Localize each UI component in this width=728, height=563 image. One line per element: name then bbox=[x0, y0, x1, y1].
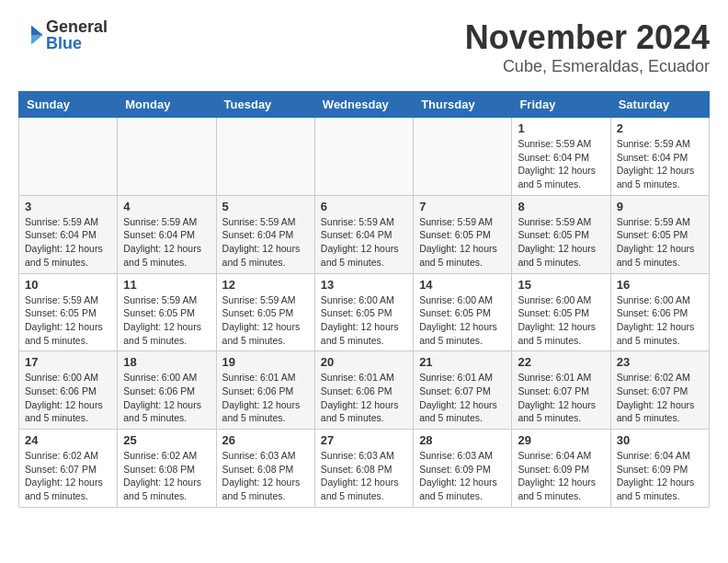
svg-marker-1 bbox=[31, 35, 43, 45]
day-info: Sunrise: 5:59 AM Sunset: 6:05 PM Dayligh… bbox=[123, 293, 210, 348]
day-info: Sunrise: 5:59 AM Sunset: 6:04 PM Dayligh… bbox=[123, 215, 210, 270]
calendar-cell bbox=[216, 118, 314, 196]
calendar-cell: 17Sunrise: 6:00 AM Sunset: 6:06 PM Dayli… bbox=[19, 351, 118, 430]
day-number: 15 bbox=[518, 278, 604, 292]
logo: General Blue bbox=[18, 18, 108, 52]
day-info: Sunrise: 6:00 AM Sunset: 6:06 PM Dayligh… bbox=[25, 371, 111, 425]
day-info: Sunrise: 5:59 AM Sunset: 6:04 PM Dayligh… bbox=[321, 215, 407, 270]
header-thursday: Thursday bbox=[414, 92, 512, 118]
day-info: Sunrise: 6:00 AM Sunset: 6:05 PM Dayligh… bbox=[419, 293, 506, 348]
header-friday: Friday bbox=[512, 92, 610, 118]
day-number: 20 bbox=[321, 355, 407, 369]
header-saturday: Saturday bbox=[610, 92, 709, 118]
calendar-cell: 19Sunrise: 6:01 AM Sunset: 6:06 PM Dayli… bbox=[216, 351, 314, 430]
day-info: Sunrise: 5:59 AM Sunset: 6:05 PM Dayligh… bbox=[222, 293, 309, 348]
calendar-cell: 6Sunrise: 5:59 AM Sunset: 6:04 PM Daylig… bbox=[314, 195, 413, 273]
calendar-header-row: SundayMondayTuesdayWednesdayThursdayFrid… bbox=[19, 92, 710, 118]
day-number: 11 bbox=[123, 278, 210, 292]
calendar-cell: 24Sunrise: 6:02 AM Sunset: 6:07 PM Dayli… bbox=[19, 430, 118, 508]
calendar-cell: 26Sunrise: 6:03 AM Sunset: 6:08 PM Dayli… bbox=[216, 430, 314, 508]
day-number: 28 bbox=[419, 433, 506, 447]
day-info: Sunrise: 6:00 AM Sunset: 6:06 PM Dayligh… bbox=[123, 371, 210, 425]
day-number: 9 bbox=[617, 200, 703, 213]
calendar-cell: 9Sunrise: 5:59 AM Sunset: 6:05 PM Daylig… bbox=[610, 195, 709, 273]
day-number: 30 bbox=[617, 433, 703, 447]
month-title: November 2024 bbox=[465, 18, 710, 57]
calendar-week-row: 17Sunrise: 6:00 AM Sunset: 6:06 PM Dayli… bbox=[19, 351, 710, 430]
calendar-cell: 10Sunrise: 5:59 AM Sunset: 6:05 PM Dayli… bbox=[19, 273, 118, 351]
day-info: Sunrise: 6:01 AM Sunset: 6:06 PM Dayligh… bbox=[321, 371, 407, 425]
day-number: 22 bbox=[518, 355, 604, 369]
calendar-cell: 15Sunrise: 6:00 AM Sunset: 6:05 PM Dayli… bbox=[512, 273, 610, 351]
calendar-cell: 7Sunrise: 5:59 AM Sunset: 6:05 PM Daylig… bbox=[414, 195, 512, 273]
calendar-cell: 20Sunrise: 6:01 AM Sunset: 6:06 PM Dayli… bbox=[314, 351, 413, 430]
day-info: Sunrise: 6:03 AM Sunset: 6:08 PM Dayligh… bbox=[222, 449, 309, 503]
calendar-cell: 11Sunrise: 5:59 AM Sunset: 6:05 PM Dayli… bbox=[118, 273, 216, 351]
day-info: Sunrise: 6:00 AM Sunset: 6:05 PM Dayligh… bbox=[518, 293, 604, 348]
calendar-cell: 13Sunrise: 6:00 AM Sunset: 6:05 PM Dayli… bbox=[314, 273, 413, 351]
calendar-cell: 5Sunrise: 5:59 AM Sunset: 6:04 PM Daylig… bbox=[216, 195, 314, 273]
day-number: 18 bbox=[123, 355, 210, 369]
calendar-cell: 21Sunrise: 6:01 AM Sunset: 6:07 PM Dayli… bbox=[414, 351, 512, 430]
day-info: Sunrise: 5:59 AM Sunset: 6:04 PM Dayligh… bbox=[222, 215, 309, 270]
calendar-cell: 25Sunrise: 6:02 AM Sunset: 6:08 PM Dayli… bbox=[118, 430, 216, 508]
day-info: Sunrise: 5:59 AM Sunset: 6:04 PM Dayligh… bbox=[617, 137, 703, 191]
calendar-cell: 29Sunrise: 6:04 AM Sunset: 6:09 PM Dayli… bbox=[512, 430, 610, 508]
day-info: Sunrise: 5:59 AM Sunset: 6:05 PM Dayligh… bbox=[617, 215, 703, 270]
calendar-cell: 22Sunrise: 6:01 AM Sunset: 6:07 PM Dayli… bbox=[512, 351, 610, 430]
day-number: 24 bbox=[25, 433, 111, 447]
calendar-week-row: 1Sunrise: 5:59 AM Sunset: 6:04 PM Daylig… bbox=[19, 118, 710, 196]
day-info: Sunrise: 6:04 AM Sunset: 6:09 PM Dayligh… bbox=[617, 449, 703, 503]
calendar-cell: 8Sunrise: 5:59 AM Sunset: 6:05 PM Daylig… bbox=[512, 195, 610, 273]
day-info: Sunrise: 6:00 AM Sunset: 6:05 PM Dayligh… bbox=[321, 293, 407, 348]
calendar-week-row: 3Sunrise: 5:59 AM Sunset: 6:04 PM Daylig… bbox=[19, 195, 710, 273]
header-monday: Monday bbox=[118, 92, 216, 118]
day-info: Sunrise: 6:01 AM Sunset: 6:07 PM Dayligh… bbox=[419, 371, 506, 425]
calendar-table: SundayMondayTuesdayWednesdayThursdayFrid… bbox=[18, 91, 710, 508]
calendar-cell: 4Sunrise: 5:59 AM Sunset: 6:04 PM Daylig… bbox=[118, 195, 216, 273]
day-info: Sunrise: 5:59 AM Sunset: 6:05 PM Dayligh… bbox=[518, 215, 604, 270]
calendar-cell: 30Sunrise: 6:04 AM Sunset: 6:09 PM Dayli… bbox=[610, 430, 709, 508]
calendar-cell: 1Sunrise: 5:59 AM Sunset: 6:04 PM Daylig… bbox=[512, 118, 610, 196]
day-number: 23 bbox=[617, 355, 703, 369]
calendar-week-row: 10Sunrise: 5:59 AM Sunset: 6:05 PM Dayli… bbox=[19, 273, 710, 351]
day-number: 27 bbox=[321, 433, 407, 447]
day-number: 2 bbox=[617, 121, 703, 135]
page-header: General Blue November 2024 Cube, Esmeral… bbox=[18, 18, 710, 76]
calendar-cell bbox=[314, 118, 413, 196]
day-info: Sunrise: 6:02 AM Sunset: 6:08 PM Dayligh… bbox=[123, 449, 210, 503]
calendar-cell bbox=[19, 118, 118, 196]
day-number: 6 bbox=[321, 200, 407, 213]
header-wednesday: Wednesday bbox=[314, 92, 413, 118]
day-info: Sunrise: 5:59 AM Sunset: 6:04 PM Dayligh… bbox=[518, 137, 604, 191]
calendar-week-row: 24Sunrise: 6:02 AM Sunset: 6:07 PM Dayli… bbox=[19, 430, 710, 508]
logo-general-text: General bbox=[46, 18, 108, 35]
day-info: Sunrise: 5:59 AM Sunset: 6:05 PM Dayligh… bbox=[25, 293, 111, 348]
header-sunday: Sunday bbox=[19, 92, 118, 118]
calendar-cell bbox=[118, 118, 216, 196]
svg-marker-0 bbox=[31, 26, 43, 36]
day-number: 26 bbox=[222, 433, 309, 447]
calendar-cell: 2Sunrise: 5:59 AM Sunset: 6:04 PM Daylig… bbox=[610, 118, 709, 196]
day-number: 7 bbox=[419, 200, 506, 213]
day-number: 14 bbox=[419, 278, 506, 292]
logo-blue-text: Blue bbox=[46, 35, 108, 52]
calendar-cell: 3Sunrise: 5:59 AM Sunset: 6:04 PM Daylig… bbox=[19, 195, 118, 273]
calendar-cell: 14Sunrise: 6:00 AM Sunset: 6:05 PM Dayli… bbox=[414, 273, 512, 351]
day-number: 10 bbox=[25, 278, 111, 292]
day-number: 25 bbox=[123, 433, 210, 447]
day-number: 3 bbox=[25, 200, 111, 213]
day-number: 16 bbox=[617, 278, 703, 292]
day-number: 17 bbox=[25, 355, 111, 369]
day-info: Sunrise: 6:04 AM Sunset: 6:09 PM Dayligh… bbox=[518, 449, 604, 503]
title-section: November 2024 Cube, Esmeraldas, Ecuador bbox=[465, 18, 710, 76]
day-number: 8 bbox=[518, 200, 604, 213]
day-info: Sunrise: 6:00 AM Sunset: 6:06 PM Dayligh… bbox=[617, 293, 703, 348]
day-info: Sunrise: 6:02 AM Sunset: 6:07 PM Dayligh… bbox=[617, 371, 703, 425]
location-title: Cube, Esmeraldas, Ecuador bbox=[465, 57, 710, 76]
day-number: 5 bbox=[222, 200, 309, 213]
logo-icon bbox=[18, 22, 44, 48]
day-info: Sunrise: 6:03 AM Sunset: 6:09 PM Dayligh… bbox=[419, 449, 506, 503]
day-number: 19 bbox=[222, 355, 309, 369]
day-number: 29 bbox=[518, 433, 604, 447]
